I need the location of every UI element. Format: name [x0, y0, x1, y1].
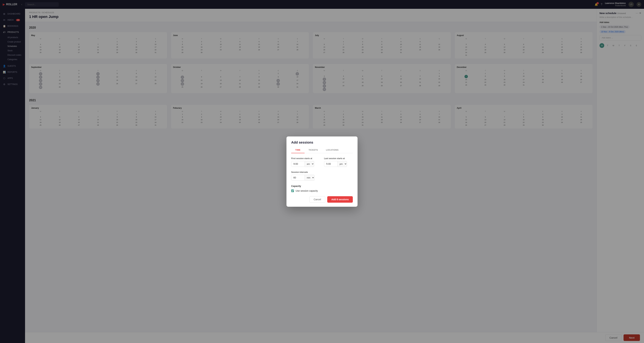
session-time-row: First session starts at am pm Last sessi… — [291, 157, 353, 167]
last-session-group: Last session starts at am pm — [324, 157, 353, 167]
capacity-section: Capacity Use session capacity — [291, 185, 353, 192]
interval-value-input[interactable] — [291, 175, 305, 180]
last-session-period-select[interactable]: am pm — [338, 161, 347, 167]
capacity-label: Capacity — [291, 185, 353, 187]
session-interval-group: Session intervals min hr — [291, 171, 353, 181]
modal-footer: Cancel Add 8 sessions — [286, 196, 358, 207]
modal-tab-time[interactable]: TIME — [291, 147, 304, 153]
add-sessions-button[interactable]: Add 8 sessions — [327, 196, 353, 203]
session-capacity-label[interactable]: Use session capacity — [296, 189, 318, 192]
add-sessions-modal: Add sessions TIME TICKETS LOCATIONS Firs… — [286, 136, 358, 207]
interval-input-row: min hr — [291, 175, 353, 181]
modal-overlay: Add sessions TIME TICKETS LOCATIONS Firs… — [0, 0, 644, 343]
modal-cancel-button[interactable]: Cancel — [310, 196, 326, 203]
session-capacity-checkbox[interactable] — [291, 189, 294, 192]
first-session-input-row: am pm — [291, 161, 320, 167]
interval-unit-select[interactable]: min hr — [305, 175, 314, 181]
modal-tab-tickets[interactable]: TICKETS — [304, 147, 322, 153]
capacity-checkbox-row: Use session capacity — [291, 189, 353, 192]
first-session-period-select[interactable]: am pm — [305, 161, 314, 167]
last-session-label: Last session starts at — [324, 157, 353, 160]
modal-tabs: TIME TICKETS LOCATIONS — [291, 147, 353, 153]
modal-header: Add sessions TIME TICKETS LOCATIONS — [286, 136, 358, 153]
last-session-input-row: am pm — [324, 161, 353, 167]
modal-body: First session starts at am pm Last sessi… — [286, 153, 358, 196]
session-interval-label: Session intervals — [291, 171, 353, 173]
modal-title: Add sessions — [291, 141, 353, 144]
modal-tab-locations[interactable]: LOCATIONS — [322, 147, 343, 153]
last-session-time-input[interactable] — [324, 161, 338, 167]
first-session-label: First session starts at — [291, 157, 320, 160]
first-session-group: First session starts at am pm — [291, 157, 320, 167]
first-session-time-input[interactable] — [291, 161, 305, 167]
